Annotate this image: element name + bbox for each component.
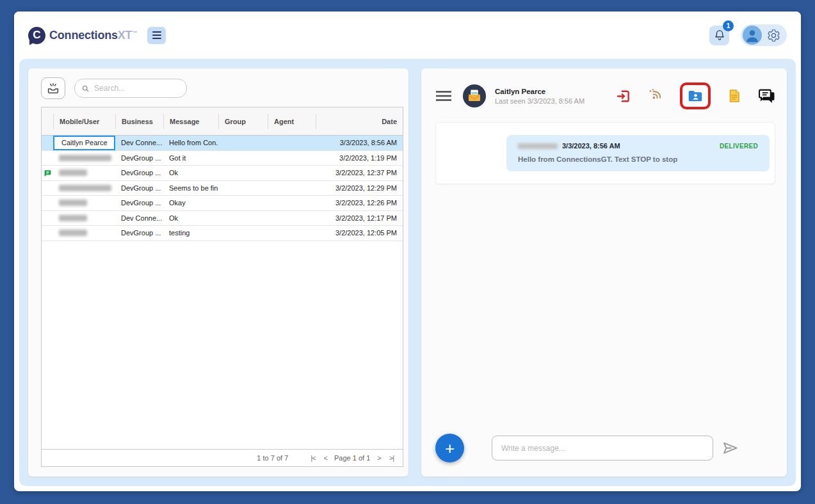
exit-conversation-button[interactable]	[615, 88, 631, 104]
cell-agent[interactable]	[268, 166, 316, 180]
exit-arrow-icon	[615, 88, 631, 104]
cell-agent[interactable]	[268, 226, 316, 240]
list-toolbar	[41, 76, 403, 107]
cell-flag[interactable]	[42, 211, 53, 226]
first-page-button[interactable]: |<	[309, 454, 316, 462]
cell-message[interactable]: Ok	[163, 211, 218, 226]
last-page-button[interactable]: >|	[388, 454, 395, 462]
cell-mobile-user[interactable]	[53, 226, 115, 240]
cell-business[interactable]: DevGroup ...	[115, 151, 163, 166]
cell-agent[interactable]	[268, 136, 316, 150]
cell-agent[interactable]	[268, 196, 316, 210]
desktop-frame: C ConnectionsXT™ 1	[0, 0, 815, 504]
column-header[interactable]: Mobile/User	[53, 114, 115, 129]
cell-business[interactable]: Dev Conne...	[115, 136, 163, 150]
redacted-text	[59, 155, 111, 161]
cell-mobile-user[interactable]	[53, 166, 115, 180]
table-row[interactable]: DevGroup ...testing3/2/2023, 12:05 PM	[42, 226, 403, 241]
cell-business[interactable]: DevGroup ...	[115, 181, 163, 196]
cell-group[interactable]	[218, 211, 268, 226]
svg-text:SMS: SMS	[471, 91, 478, 95]
column-header[interactable]: Group	[218, 114, 268, 129]
inbox-button[interactable]	[41, 77, 65, 99]
gear-icon	[767, 29, 780, 42]
cell-agent[interactable]	[268, 211, 316, 226]
send-button[interactable]	[722, 439, 739, 457]
logo-trademark: ™	[132, 30, 137, 36]
table-row[interactable]: DevGroup ...Ok3/2/2023, 12:37 PM	[42, 166, 403, 181]
contact-info[interactable]: SMS Caitlyn Pearce Last seen 3/3/2023, 8…	[462, 84, 585, 108]
column-header[interactable]: Date	[316, 114, 403, 129]
cell-group[interactable]	[218, 166, 268, 180]
next-page-button[interactable]: >	[376, 454, 382, 462]
cell-mobile-user[interactable]	[53, 151, 115, 166]
contact-folder-button[interactable]	[687, 88, 704, 104]
prev-page-button[interactable]: <	[323, 454, 328, 462]
chat-bubbles-icon	[758, 88, 775, 105]
message-input[interactable]	[492, 436, 713, 461]
cell-group[interactable]	[218, 151, 268, 166]
voice-broadcast-button[interactable]	[647, 88, 664, 104]
table-row[interactable]: Caitlyn PearceDev Conne...Hello from Con…	[42, 136, 403, 151]
cell-date[interactable]: 3/3/2023, 8:56 AM	[316, 136, 403, 150]
cell-date[interactable]: 3/2/2023, 12:17 PM	[316, 211, 403, 226]
cell-agent[interactable]	[268, 151, 316, 166]
cell-group[interactable]	[218, 181, 268, 196]
cell-message[interactable]: Okay	[163, 196, 218, 210]
cell-agent[interactable]	[268, 181, 316, 196]
app-window: C ConnectionsXT™ 1	[14, 12, 801, 491]
cell-message[interactable]: Got it	[163, 151, 218, 166]
cell-flag[interactable]	[42, 181, 53, 196]
table-row[interactable]: DevGroup ...Got it3/2/2023, 1:19 PM	[42, 151, 403, 166]
chat-menu-button[interactable]	[435, 90, 452, 102]
column-header[interactable]	[42, 114, 53, 129]
add-button[interactable]: +	[435, 434, 464, 462]
cell-business[interactable]: DevGroup ...	[115, 226, 163, 240]
column-header[interactable]: Message	[163, 114, 218, 129]
cell-mobile-user[interactable]	[53, 181, 115, 196]
column-header[interactable]: Agent	[268, 114, 316, 129]
cell-flag[interactable]	[42, 196, 53, 210]
cell-business[interactable]: DevGroup ...	[115, 166, 163, 180]
inbox-icon	[46, 81, 60, 95]
cell-business[interactable]: Dev Conne...	[115, 211, 163, 226]
cell-business[interactable]: DevGroup ...	[115, 196, 163, 210]
table-row[interactable]: DevGroup ...Seems to be fine3/2/2023, 12…	[42, 181, 403, 196]
cell-message[interactable]: testing	[163, 226, 218, 240]
search-input[interactable]	[94, 84, 180, 93]
settings-button[interactable]	[767, 29, 780, 42]
cell-flag[interactable]	[42, 151, 53, 166]
column-header[interactable]: Business	[115, 114, 163, 129]
cell-date[interactable]: 3/2/2023, 12:29 PM	[316, 181, 403, 196]
notifications-button[interactable]: 1	[709, 26, 729, 45]
cell-flag[interactable]	[42, 226, 53, 240]
redacted-text	[59, 169, 87, 176]
cell-mobile-user[interactable]: Caitlyn Pearce	[53, 136, 115, 150]
cell-date[interactable]: 3/2/2023, 12:05 PM	[316, 226, 403, 240]
cell-group[interactable]	[218, 226, 268, 240]
notes-button[interactable]	[727, 88, 742, 104]
main-menu-button[interactable]	[147, 27, 166, 44]
conversations-button[interactable]	[758, 88, 775, 105]
cell-mobile-user[interactable]	[53, 196, 115, 210]
table-row[interactable]: DevGroup ...Okay3/2/2023, 12:26 PM	[42, 196, 403, 211]
cell-group[interactable]	[218, 196, 268, 210]
table-row[interactable]: Dev Conne...Ok3/2/2023, 12:17 PM	[42, 211, 403, 226]
contact-avatar-sms-icon: SMS	[462, 84, 487, 108]
cell-message[interactable]: Ok	[163, 166, 218, 180]
cell-message[interactable]: Hello from Con...	[163, 136, 218, 150]
cell-message[interactable]: Seems to be fine	[163, 181, 218, 196]
cell-flag[interactable]	[42, 166, 53, 180]
user-avatar-button[interactable]	[743, 26, 762, 45]
cell-flag[interactable]	[42, 136, 53, 150]
content-area: Mobile/UserBusinessMessageGroupAgentDate…	[19, 59, 796, 486]
cell-date[interactable]: 3/2/2023, 12:26 PM	[316, 196, 403, 210]
cell-date[interactable]: 3/2/2023, 1:19 PM	[316, 151, 403, 166]
composer-bar: +	[435, 434, 775, 465]
cell-mobile-user[interactable]	[53, 211, 115, 226]
contact-last-seen: Last seen 3/3/2023, 8:56 AM	[495, 97, 585, 105]
cell-group[interactable]	[218, 136, 268, 150]
app-header: C ConnectionsXT™ 1	[14, 12, 801, 59]
cell-date[interactable]: 3/2/2023, 12:37 PM	[316, 166, 403, 180]
redacted-text	[59, 200, 87, 206]
